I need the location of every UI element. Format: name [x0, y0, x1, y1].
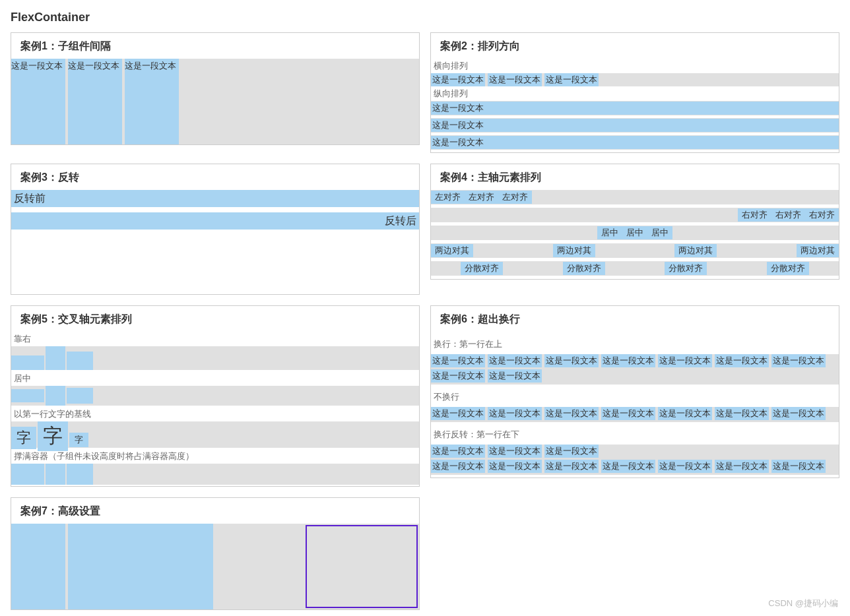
- case2-title: 案例2：排列方向: [431, 33, 839, 59]
- case1-title: 案例1：子组件间隔: [11, 33, 419, 59]
- case2-v-row: 这是一段文本: [431, 118, 839, 133]
- case4-left-row: 左对齐 左对齐 左对齐: [431, 190, 839, 204]
- case4-right-row: 右对齐 右对齐 右对齐: [431, 208, 839, 222]
- case5-row2-label: 居中: [11, 371, 419, 386]
- case1-item: 这是一段文本: [11, 59, 65, 144]
- case5-card: 案例5：交叉轴元素排列 靠右 居中 以第一行文字的基线 字 字 字 撑满容器（子…: [11, 305, 420, 487]
- case4-item: 居中: [647, 226, 672, 239]
- examples-grid: 案例1：子组件间隔 这是一段文本 这是一段文本 这是一段文本 案例2：排列方向 …: [11, 32, 839, 610]
- case5-char: 字: [38, 421, 68, 451]
- case6-item: 这是一段文本: [488, 407, 542, 420]
- case6-item: 这是一段文本: [431, 445, 485, 458]
- case4-item: 分散对齐: [461, 262, 503, 275]
- case5-box: [67, 464, 93, 485]
- case5-char: 字: [11, 427, 36, 449]
- case2-v-label: 纵向排列: [431, 86, 839, 101]
- case6-item: 这是一段文本: [771, 460, 826, 473]
- case5-box: [11, 464, 44, 485]
- case7-box-blue: [68, 524, 213, 609]
- case7-outlined-box: [306, 525, 418, 608]
- case5-row2: [11, 386, 419, 406]
- case4-item: 居中: [597, 226, 622, 239]
- case4-item: 两边对其: [674, 244, 717, 257]
- case6-item: 这是一段文本: [601, 354, 655, 367]
- case4-between-row: 两边对其 两边对其 两边对其 两边对其: [431, 243, 839, 258]
- case6-item: 这是一段文本: [431, 407, 485, 420]
- case4-item: 居中: [622, 226, 647, 239]
- case6-item: 这是一段文本: [544, 407, 599, 420]
- case5-box: [11, 355, 44, 370]
- case1-container: 这是一段文本 这是一段文本 这是一段文本: [11, 59, 419, 144]
- case6-item: 这是一段文本: [544, 445, 599, 458]
- case1-card: 案例1：子组件间隔 这是一段文本 这是一段文本 这是一段文本: [11, 32, 420, 145]
- case5-box: [46, 464, 65, 485]
- case6-item: 这是一段文本: [431, 460, 485, 473]
- case6-item: 这是一段文本: [658, 460, 712, 473]
- case6-item: 这是一段文本: [601, 460, 655, 473]
- case6-wrap-row: 这是一段文本 这是一段文本 这是一段文本 这是一段文本 这是一段文本 这是一段文…: [431, 354, 839, 385]
- case6-item: 这是一段文本: [431, 354, 485, 367]
- case2-v-container: 这是一段文本 这是一段文本 这是一段文本: [431, 101, 839, 150]
- case5-box: [11, 389, 44, 402]
- case3-title: 案例3：反转: [11, 164, 419, 190]
- case1-item: 这是一段文本: [125, 59, 179, 144]
- case5-row4-label: 撑满容器（子组件未设高度时将占满容器高度）: [11, 449, 419, 464]
- case2-item: 这是一段文本: [431, 102, 839, 115]
- case5-title: 案例5：交叉轴元素排列: [11, 306, 419, 332]
- case7-card: 案例7：高级设置: [11, 497, 420, 610]
- case3-after-row: 反转后: [11, 212, 419, 230]
- case3-before-row: 反转前: [11, 190, 419, 207]
- case6-nowrap-label: 不换行: [434, 391, 836, 403]
- case5-box: [67, 352, 93, 370]
- case5-row3-label: 以第一行文字的基线: [11, 407, 419, 421]
- case2-v-row: 这是一段文本: [431, 101, 839, 115]
- case6-item: 这是一段文本: [488, 445, 542, 458]
- case2-v-row: 这是一段文本: [431, 135, 839, 150]
- case5-box: [46, 346, 65, 370]
- case4-item: 左对齐: [465, 191, 498, 204]
- case6-item: 这是一段文本: [488, 354, 542, 367]
- case6-item: 这是一段文本: [715, 460, 769, 473]
- case6-item: 这是一段文本: [601, 407, 655, 420]
- case4-item: 两边对其: [797, 244, 839, 257]
- case7-title: 案例7：高级设置: [11, 498, 419, 524]
- case3-card: 案例3：反转 反转前 反转后: [11, 164, 420, 295]
- case7-box-blue: [11, 524, 65, 609]
- case7-container: [11, 524, 419, 609]
- case6-nowrap-row: 这是一段文本 这是一段文本 这是一段文本 这是一段文本 这是一段文本 这是一段文…: [431, 407, 839, 422]
- case4-item: 分散对齐: [665, 262, 707, 275]
- case4-item: 两边对其: [553, 244, 595, 257]
- case1-item: 这是一段文本: [68, 59, 122, 144]
- case2-item: 这是一段文本: [431, 73, 485, 86]
- case4-item: 左对齐: [498, 191, 532, 204]
- case4-around-row: 分散对齐 分散对齐 分散对齐 分散对齐: [431, 261, 839, 276]
- case2-item: 这是一段文本: [431, 119, 839, 132]
- case5-row1: [11, 346, 419, 370]
- case5-box: [67, 388, 93, 404]
- case6-item: 这是一段文本: [544, 354, 599, 367]
- watermark: CSDN @捷码小编: [768, 598, 838, 609]
- case4-card: 案例4：主轴元素排列 左对齐 左对齐 左对齐 右对齐 右对齐 右对齐 居中 居中…: [430, 164, 839, 280]
- case5-row4: [11, 464, 419, 485]
- case6-item: 这是一段文本: [488, 369, 542, 383]
- case5-row3: 字 字 字: [11, 421, 419, 448]
- case4-item: 右对齐: [771, 208, 805, 222]
- case6-item: 这是一段文本: [658, 354, 712, 367]
- case4-item: 右对齐: [738, 208, 771, 222]
- case6-title: 案例6：超出换行: [431, 306, 839, 332]
- case4-item: 左对齐: [431, 191, 465, 204]
- case6-item: 这是一段文本: [488, 460, 542, 473]
- case7-spacer: [213, 524, 304, 609]
- case4-center-row: 居中 居中 居中: [431, 226, 839, 240]
- case4-title: 案例4：主轴元素排列: [431, 164, 839, 190]
- case2-item: 这是一段文本: [544, 73, 599, 86]
- page-title: FlexContainer: [11, 11, 839, 24]
- case5-row1-label: 靠右: [11, 332, 419, 346]
- case4-item: 两边对其: [431, 244, 473, 257]
- case6-item: 这是一段文本: [544, 460, 599, 473]
- case6-item: 这是一段文本: [771, 407, 826, 420]
- case6-item: 这是一段文本: [658, 407, 712, 420]
- case6-wraprev-row: 这是一段文本 这是一段文本 这是一段文本 这是一段文本 这是一段文本 这是一段文…: [431, 445, 839, 475]
- case2-h-row: 这是一段文本 这是一段文本 这是一段文本: [431, 73, 839, 86]
- case4-item: 右对齐: [805, 208, 839, 222]
